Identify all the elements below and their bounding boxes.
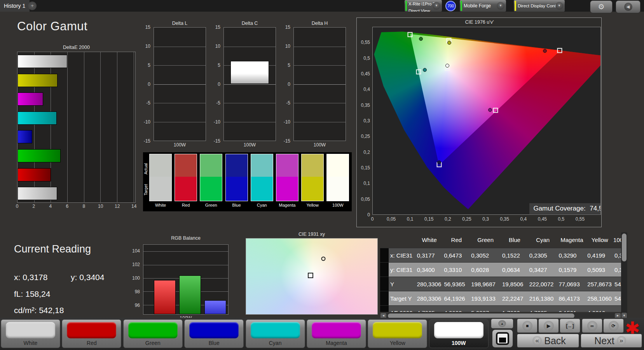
pattern-button-white[interactable]: White: [1, 319, 60, 348]
delta-h-gridline: [294, 103, 346, 103]
delta-h-xlabel: 100W: [293, 142, 346, 148]
target-swatch: [226, 177, 248, 201]
vscroll-thumb[interactable]: [622, 233, 627, 261]
delta-c-title: Delta C: [223, 21, 276, 26]
pattern-label: Cyan: [246, 340, 305, 346]
table-cell: 4,0600: [443, 306, 470, 312]
continuous-button[interactable]: ∞: [582, 319, 602, 333]
delta-c-xlabel: 100W: [223, 142, 276, 148]
row-label: y: CIE31: [389, 263, 416, 277]
table-cell: 54: [613, 291, 621, 306]
chevron-down-icon[interactable]: ▼: [555, 2, 563, 10]
table-cell: 258,1060: [586, 291, 613, 306]
measured-marker-yellow: [447, 41, 451, 45]
play-button[interactable]: ▶: [538, 319, 559, 333]
refresh-button[interactable]: ⟳: [603, 319, 624, 333]
cie76-xtick-label: 0,25: [460, 216, 473, 222]
rgb-bar-red: [154, 280, 176, 314]
delta-l-xlabel: 100W: [154, 142, 206, 148]
delta-h-gridline: [294, 84, 346, 85]
pattern-button-100w[interactable]: 100W: [429, 319, 489, 348]
cie76-ytick-label: 0,2: [358, 150, 370, 155]
deltae-gridline: [117, 52, 117, 202]
rgb-balance-title: RGB Balance: [143, 235, 229, 241]
settings-button[interactable]: ⚙: [590, 0, 613, 13]
cie76-xtick-label: 0,2: [441, 216, 454, 222]
table-header-Red: Red: [443, 232, 470, 248]
source-selector[interactable]: Mobile Forge ▼: [460, 0, 506, 12]
table-row-2: y: CIE310,34000,33100,60280,06340,34270,…: [380, 262, 621, 277]
table-cell: 0,4199: [586, 248, 613, 263]
deltae-plot: [17, 52, 136, 203]
delta-h-ytick-label: -15: [284, 138, 290, 144]
delta-h-gridline: [294, 47, 346, 47]
title-bar: History 1 + X-Rite i1Pro 3 Direct View ▼…: [0, 0, 644, 12]
reading-fl: fL: 158,24: [14, 289, 50, 299]
delta-h-ytick-label: 0: [288, 82, 290, 87]
display-status-stripe: [515, 1, 516, 11]
table-cell: 22,2247: [501, 291, 528, 306]
cie76-ytick-label: 0,25: [358, 134, 370, 139]
window-size-button[interactable]: [↔]: [560, 319, 580, 333]
table-row-3: Y280,330656,9365198,968719,8506222,00727…: [380, 277, 621, 291]
pattern-button-magenta[interactable]: Magenta: [307, 319, 366, 348]
pattern-button-cyan[interactable]: Cyan: [246, 319, 305, 348]
delta-c-ytick-label: 5: [218, 63, 220, 68]
swatch-column-100w: [326, 154, 349, 201]
delta-c-ytick-label: 15: [215, 24, 220, 30]
target-swatch: [251, 177, 273, 201]
source-status-stripe: [461, 1, 462, 11]
table-cell: 222,0072: [528, 277, 558, 291]
pattern-window-button[interactable]: [492, 329, 513, 348]
table-cell: 64,1926: [443, 291, 470, 306]
back-button[interactable]: «Back: [517, 334, 579, 348]
gamut-coverage-label: Gamut Coverage:: [533, 205, 585, 212]
chevron-down-icon[interactable]: ▼: [497, 2, 504, 10]
measured-marker-white: [445, 64, 449, 68]
delta-l-yticks: 151050-5-10-15: [140, 27, 152, 141]
add-tab-button[interactable]: +: [28, 2, 37, 10]
delta-l-gridline: [154, 84, 206, 85]
collapse-tray-button[interactable]: ▲: [491, 319, 513, 329]
gamut-coverage-value: 74,5%: [590, 205, 601, 212]
deltae-xtick-label: 0: [12, 204, 22, 209]
delta-h-gridline: [294, 65, 346, 66]
table-cell: 280,3306: [416, 291, 443, 306]
pattern-button-red[interactable]: Red: [62, 319, 121, 348]
page-title: Color Gamut: [17, 19, 87, 33]
tab-history-1[interactable]: History 1: [0, 0, 30, 12]
app-window: History 1 + X-Rite i1Pro 3 Direct View ▼…: [0, 0, 644, 350]
collapse-panel-button[interactable]: ◀: [616, 0, 641, 13]
pattern-swatch: [128, 322, 178, 338]
reading-x: x: 0,3178: [14, 273, 47, 282]
cie76-ytick-label: 0,5: [358, 56, 370, 61]
chevron-down-icon[interactable]: ▼: [433, 2, 440, 10]
actual-swatch: [302, 154, 323, 177]
pattern-button-green[interactable]: Green: [123, 319, 183, 348]
stop-button[interactable]: ■: [517, 319, 538, 333]
display-control-selector[interactable]: Direct Display Control ▼: [514, 0, 565, 12]
next-button[interactable]: Next»: [581, 334, 642, 348]
deltae-gridline: [134, 52, 134, 202]
swatch-column-yellow: [301, 154, 324, 201]
actual-swatch: [251, 154, 273, 177]
table-vertical-scrollbar[interactable]: ▼: [621, 232, 627, 319]
delta-c-ytick-label: -15: [214, 138, 220, 144]
table-cell: 0,6028: [470, 263, 501, 277]
swatch-label: White: [149, 203, 172, 207]
meter-label: X-Rite i1Pro 3 Direct View: [408, 0, 433, 12]
next-chevron-icon: »: [617, 336, 626, 345]
meter-selector[interactable]: X-Rite i1Pro 3 Direct View ▼: [405, 0, 442, 12]
pattern-swatch: [373, 322, 422, 338]
delta-h-plot: [293, 27, 346, 141]
pattern-button-blue[interactable]: Blue: [184, 319, 244, 348]
swatch-comparison-panel: Actual Target WhiteRedGreenBlueCyanMagen…: [143, 152, 352, 211]
deltae-xtick-label: 2: [29, 204, 38, 209]
cie31-target-marker: [308, 273, 313, 278]
table-cell: 0,2305: [528, 248, 558, 263]
meter-count-badge[interactable]: 700: [445, 1, 456, 11]
deltae-xtick-label: 8: [79, 204, 89, 209]
pattern-label: White: [1, 340, 60, 346]
pattern-button-yellow[interactable]: Yellow: [368, 319, 427, 348]
delta-h-ytick-label: -5: [286, 100, 290, 106]
